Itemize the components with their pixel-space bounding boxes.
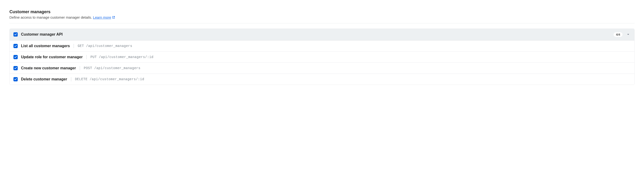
group-count-badge: 4/4 — [614, 32, 622, 37]
endpoint-path: /api/customer_managers/:id — [99, 55, 153, 59]
endpoint: POST /api/customer_managers — [84, 66, 140, 70]
endpoint-path: /api/customer_managers — [94, 66, 140, 70]
expand-toggle[interactable] — [626, 32, 630, 37]
permissions-panel: Customer manager API 4/4 List all custom… — [10, 28, 634, 85]
item-label: Delete customer manager — [21, 77, 67, 81]
permission-item-row: Create new customer manager POST /api/cu… — [10, 62, 634, 74]
item-label: List all customer managers — [21, 44, 70, 48]
item-label: Create new customer manager — [21, 66, 76, 70]
http-method: GET — [78, 44, 84, 48]
item-label: Update role for customer manager — [21, 55, 82, 59]
section-title: Customer managers — [10, 10, 634, 14]
permission-item-row: Delete customer manager DELETE /api/cust… — [10, 74, 634, 85]
section-header: Customer managers Define access to manag… — [10, 10, 634, 19]
endpoint-path: /api/customer_managers/:id — [90, 77, 144, 81]
permission-item-row: Update role for customer manager PUT /ap… — [10, 52, 634, 62]
section-description: Define access to manage customer manager… — [10, 15, 634, 19]
item-checkbox[interactable] — [14, 66, 18, 70]
endpoint: DELETE /api/customer_managers/:id — [75, 77, 144, 81]
item-checkbox[interactable] — [14, 44, 18, 48]
http-method: DELETE — [75, 77, 88, 81]
http-method: POST — [84, 66, 92, 70]
separator — [80, 66, 80, 70]
permission-item-row: List all customer managers GET /api/cust… — [10, 40, 634, 52]
group-checkbox[interactable] — [14, 32, 18, 36]
item-checkbox[interactable] — [14, 55, 18, 59]
permission-group-row[interactable]: Customer manager API 4/4 — [10, 29, 634, 40]
learn-more-link[interactable]: Learn more — [93, 15, 115, 19]
endpoint: PUT /api/customer_managers/:id — [90, 55, 153, 59]
endpoint-path: /api/customer_managers — [86, 44, 132, 48]
divider — [10, 23, 634, 23]
http-method: PUT — [90, 55, 97, 59]
separator — [71, 77, 71, 81]
endpoint: GET /api/customer_managers — [78, 44, 132, 48]
section-description-text: Define access to manage customer manager… — [10, 15, 93, 19]
separator — [86, 55, 86, 59]
item-checkbox[interactable] — [14, 77, 18, 81]
separator — [74, 44, 74, 48]
external-link-icon — [112, 16, 115, 19]
learn-more-text: Learn more — [93, 15, 111, 19]
group-label: Customer manager API — [21, 32, 610, 36]
chevron-down-icon — [627, 33, 630, 36]
